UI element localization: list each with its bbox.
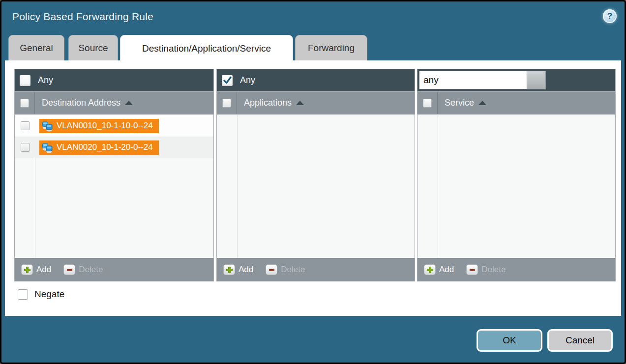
destination-list: VLAN0010_10-1-10-0--24 VLAN0020_10-1-20-… bbox=[15, 115, 213, 258]
plus-icon bbox=[426, 266, 434, 274]
cancel-button[interactable]: Cancel bbox=[547, 329, 613, 352]
sort-ascending-icon bbox=[296, 101, 304, 105]
destination-row-checkbox[interactable] bbox=[21, 143, 30, 152]
applications-add-button[interactable]: Add bbox=[223, 264, 253, 275]
destination-any-bar: Any bbox=[15, 69, 213, 91]
destination-any-label: Any bbox=[38, 75, 53, 85]
destination-column-header: Destination Address bbox=[15, 91, 213, 114]
applications-any-checkbox[interactable] bbox=[222, 75, 233, 86]
applications-delete-button[interactable]: Delete bbox=[266, 264, 305, 275]
applications-list bbox=[217, 115, 415, 258]
address-chip[interactable]: VLAN0010_10-1-10-0--24 bbox=[39, 119, 159, 133]
applications-any-label: Any bbox=[240, 75, 255, 85]
service-dropdown-bar bbox=[417, 69, 615, 91]
service-dropdown[interactable] bbox=[419, 71, 546, 89]
tab-forwarding[interactable]: Forwarding bbox=[295, 35, 367, 60]
minus-icon bbox=[469, 266, 476, 274]
list-column-divider bbox=[237, 115, 238, 258]
service-sort-header[interactable]: Service bbox=[445, 98, 486, 108]
address-object-icon bbox=[41, 141, 53, 153]
service-list bbox=[417, 115, 615, 258]
negate-option: Negate bbox=[18, 289, 64, 300]
destination-select-all-checkbox[interactable] bbox=[20, 99, 29, 108]
tab-general[interactable]: General bbox=[8, 35, 64, 60]
checkmark-icon bbox=[223, 76, 232, 85]
applications-sort-header[interactable]: Applications bbox=[244, 98, 304, 108]
help-icon[interactable]: ? bbox=[603, 9, 617, 23]
destination-delete-button[interactable]: Delete bbox=[63, 264, 103, 275]
destination-any-checkbox[interactable] bbox=[20, 75, 30, 86]
destination-sort-header[interactable]: Destination Address bbox=[42, 98, 133, 108]
dialog-title: Policy Based Forwarding Rule bbox=[12, 11, 153, 23]
add-button-label: Add bbox=[439, 265, 454, 275]
destination-row-checkbox[interactable] bbox=[21, 121, 30, 130]
tab-destination-application-service-label: Destination/Application/Service bbox=[142, 43, 271, 54]
policy-forwarding-dialog: Policy Based Forwarding Rule ? General S… bbox=[0, 0, 626, 364]
address-chip[interactable]: VLAN0020_10-1-20-0--24 bbox=[39, 140, 159, 155]
list-column-divider bbox=[438, 115, 438, 258]
ok-button[interactable]: OK bbox=[477, 329, 542, 352]
minus-icon bbox=[268, 266, 275, 274]
service-select-all-checkbox[interactable] bbox=[423, 99, 432, 108]
minus-icon bbox=[66, 266, 73, 274]
address-chip-label: VLAN0020_10-1-20-0--24 bbox=[57, 142, 153, 152]
applications-panel: Any Applications Add Delete bbox=[216, 69, 415, 281]
negate-label: Negate bbox=[34, 289, 64, 300]
service-toolbar: Add Delete bbox=[417, 258, 615, 281]
tab-source[interactable]: Source bbox=[68, 35, 118, 60]
delete-button-label: Delete bbox=[79, 265, 103, 275]
plus-icon bbox=[226, 266, 233, 274]
service-column-header: Service bbox=[417, 91, 615, 114]
applications-column-header: Applications bbox=[217, 91, 415, 114]
destination-row-vlan0010[interactable]: VLAN0010_10-1-10-0--24 bbox=[15, 115, 213, 137]
dialog-title-bar: Policy Based Forwarding Rule ? bbox=[1, 1, 625, 34]
service-panel: Service Add Delete bbox=[417, 69, 616, 281]
sort-ascending-icon bbox=[125, 101, 133, 105]
address-chip-label: VLAN0010_10-1-10-0--24 bbox=[57, 121, 153, 131]
applications-any-bar: Any bbox=[217, 69, 415, 91]
service-delete-button[interactable]: Delete bbox=[466, 264, 506, 275]
applications-select-all-checkbox[interactable] bbox=[222, 99, 231, 108]
service-add-button[interactable]: Add bbox=[424, 264, 454, 275]
add-button-label: Add bbox=[36, 265, 51, 275]
delete-button-label: Delete bbox=[281, 265, 305, 275]
tab-general-label: General bbox=[20, 43, 53, 54]
address-object-icon bbox=[41, 120, 53, 132]
tab-destination-application-service[interactable]: Destination/Application/Service bbox=[120, 35, 293, 61]
tab-forwarding-label: Forwarding bbox=[308, 43, 355, 54]
plus-icon bbox=[24, 266, 31, 274]
add-button-label: Add bbox=[238, 265, 253, 275]
tab-content-panel: Any Destination Address VLAN0010_10-1-10… bbox=[5, 60, 621, 316]
destination-row-vlan0020[interactable]: VLAN0020_10-1-20-0--24 bbox=[15, 137, 213, 158]
service-dropdown-button[interactable] bbox=[527, 71, 546, 89]
delete-button-label: Delete bbox=[481, 265, 506, 275]
service-dropdown-input[interactable] bbox=[419, 71, 527, 89]
applications-toolbar: Add Delete bbox=[217, 258, 415, 281]
tab-source-label: Source bbox=[78, 43, 108, 54]
sort-ascending-icon bbox=[478, 101, 486, 105]
destination-toolbar: Add Delete bbox=[15, 258, 213, 281]
negate-checkbox[interactable] bbox=[18, 289, 28, 300]
destination-address-panel: Any Destination Address VLAN0010_10-1-10… bbox=[14, 69, 214, 281]
destination-add-button[interactable]: Add bbox=[21, 264, 51, 275]
